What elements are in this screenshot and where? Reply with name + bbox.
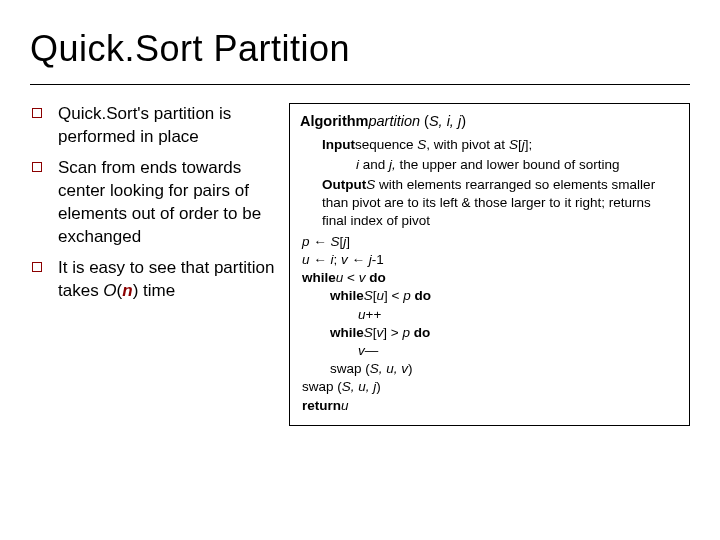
- code-text: S, u, v: [370, 361, 408, 376]
- bullet-text: Scan from ends towards center looking fo…: [58, 158, 261, 246]
- code-text: ] >: [383, 325, 402, 340]
- left-column: Quick.Sort's partition is performed in p…: [30, 103, 275, 426]
- kw-input: Input: [322, 137, 355, 152]
- code-text: u: [358, 307, 366, 322]
- code-text: v: [358, 343, 365, 358]
- code-text: ++: [366, 307, 382, 322]
- bullet-item: Quick.Sort's partition is performed in p…: [30, 103, 275, 149]
- pseudocode: p ← S[j] u ← i; v ← j-1 whileu < v do wh…: [300, 233, 679, 415]
- input-text: and: [359, 157, 389, 172]
- algorithm-name: partition: [368, 113, 420, 129]
- algorithm-io: Inputsequence S, with pivot at S[j]; i a…: [300, 136, 679, 231]
- code-text: u: [341, 398, 349, 413]
- code-text: ): [408, 361, 413, 376]
- content-columns: Quick.Sort's partition is performed in p…: [30, 103, 690, 426]
- code-text: —: [365, 343, 379, 358]
- kw-do: do: [414, 325, 431, 340]
- code-text: S: [364, 325, 373, 340]
- code-text: ] <: [384, 288, 403, 303]
- code-line: u ← i; v ← j-1: [302, 251, 679, 269]
- code-line: swap (S, u, v): [302, 360, 679, 378]
- slide: Quick.Sort Partition Quick.Sort's partit…: [0, 0, 720, 540]
- code-text: <: [347, 270, 359, 285]
- kw-while: while: [330, 288, 364, 303]
- code-text: ]: [346, 234, 350, 249]
- code-text: ): [376, 379, 381, 394]
- code-line: p ← S[j]: [302, 233, 679, 251]
- algorithm-box: Algorithmpartition (S, i, j) Inputsequen…: [289, 103, 690, 426]
- bullet-list: Quick.Sort's partition is performed in p…: [30, 103, 275, 303]
- input-text: S: [417, 137, 426, 152]
- output-line: OutputS with elements rearranged so elem…: [322, 176, 679, 231]
- code-text: ←: [313, 252, 330, 267]
- kw-do: do: [414, 288, 431, 303]
- kw-output: Output: [322, 177, 366, 192]
- code-text: swap (: [330, 361, 370, 376]
- bullet-text: O: [103, 281, 116, 300]
- right-column: Algorithmpartition (S, i, j) Inputsequen…: [289, 103, 690, 426]
- code-text: ←: [352, 252, 369, 267]
- code-text: u: [336, 270, 347, 285]
- algorithm-heading: Algorithmpartition (S, i, j): [300, 112, 679, 132]
- code-text: ←: [313, 234, 330, 249]
- bullet-item: It is easy to see that partition takes O…: [30, 257, 275, 303]
- code-line: returnu: [302, 397, 679, 415]
- input-text: S: [509, 137, 518, 152]
- code-text: -1: [372, 252, 384, 267]
- bullet-text: n: [122, 281, 132, 300]
- code-text: swap (: [302, 379, 342, 394]
- code-text: u: [377, 288, 385, 303]
- input-text: ];: [525, 137, 533, 152]
- kw-do: do: [369, 270, 386, 285]
- code-line: whileS[v] > p do: [302, 324, 679, 342]
- algorithm-sig: ): [461, 113, 466, 129]
- input-text: sequence: [355, 137, 417, 152]
- bullet-text: ) time: [133, 281, 176, 300]
- algorithm-sig: (: [420, 113, 429, 129]
- input-line: i and j, the upper and lower bound of so…: [322, 156, 679, 174]
- code-line: u++: [302, 306, 679, 324]
- code-text: u: [302, 252, 313, 267]
- code-text: v: [359, 270, 370, 285]
- code-text: p: [302, 234, 313, 249]
- bullet-item: Scan from ends towards center looking fo…: [30, 157, 275, 249]
- algorithm-sig: S, i, j: [429, 113, 461, 129]
- code-line: whileS[u] < p do: [302, 287, 679, 305]
- kw-return: return: [302, 398, 341, 413]
- input-text: the upper and lower bound of sorting: [400, 157, 620, 172]
- kw-algorithm: Algorithm: [300, 113, 368, 129]
- input-line: Inputsequence S, with pivot at S[j];: [322, 136, 679, 154]
- code-text: ;: [334, 252, 342, 267]
- code-line: whileu < v do: [302, 269, 679, 287]
- code-text: p: [403, 288, 414, 303]
- input-text: j,: [389, 157, 400, 172]
- output-text: S: [366, 177, 375, 192]
- bullet-text: Quick.Sort's partition is performed in p…: [58, 104, 231, 146]
- code-text: S: [364, 288, 373, 303]
- kw-while: while: [330, 325, 364, 340]
- code-line: v—: [302, 342, 679, 360]
- code-text: S, u, j: [342, 379, 377, 394]
- page-title: Quick.Sort Partition: [30, 28, 690, 70]
- code-text: p: [402, 325, 413, 340]
- input-text: , with pivot at: [426, 137, 509, 152]
- kw-while: while: [302, 270, 336, 285]
- code-text: S: [331, 234, 340, 249]
- code-line: swap (S, u, j): [302, 378, 679, 396]
- code-text: v: [341, 252, 352, 267]
- title-rule: [30, 84, 690, 85]
